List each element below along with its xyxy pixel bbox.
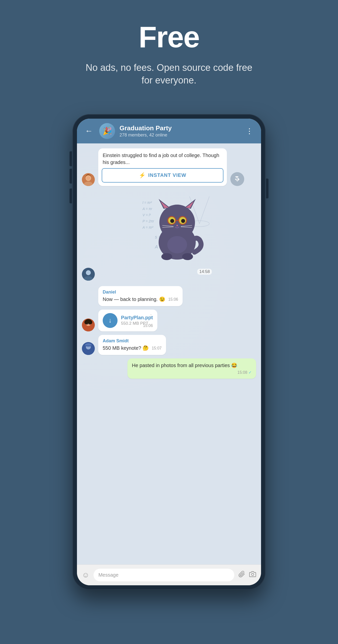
table-row: l = πr² A = πr V = l³ P = 2πr A = πr² s …	[82, 192, 256, 281]
group-meta: 278 members, 42 online	[119, 132, 239, 138]
more-button[interactable]: ⋮	[244, 126, 255, 136]
message-sender: Daniel	[103, 290, 178, 295]
file-more-button[interactable]: ⋮	[148, 313, 154, 320]
table-row: Daniel Now — back to planning. 😉 15:06	[82, 286, 256, 306]
svg-rect-52	[85, 345, 91, 346]
instant-view-button[interactable]: ⚡ INSTANT VIEW	[102, 168, 223, 182]
camera-button[interactable]	[249, 571, 256, 579]
emoji-button[interactable]: ☺	[82, 571, 90, 579]
avatar	[82, 173, 95, 186]
phone-wrapper: ← 🎉 Graduation Party 278 members, 42 onl…	[72, 114, 266, 590]
svg-point-3	[86, 176, 91, 180]
hero-title: Free	[139, 20, 199, 54]
article-text: Einstein struggled to find a job out of …	[98, 148, 227, 168]
message-input[interactable]: Message	[93, 569, 234, 581]
message-text: Now — back to planning. 😉 15:06	[103, 296, 178, 303]
svg-point-26	[170, 219, 174, 223]
file-bubble: ↓ PartyPlan.ppt 550.2 MB PPT ⋮ 15:06	[98, 310, 157, 332]
message-text: 550 MB keynote? 🤔 15:07	[103, 344, 162, 352]
instant-view-label: INSTANT VIEW	[148, 172, 186, 178]
svg-point-36	[161, 253, 172, 260]
message-text: He pasted in photos from all previous pa…	[132, 362, 252, 369]
svg-point-47	[89, 320, 92, 324]
message-time: 15:07	[152, 346, 162, 351]
svg-point-37	[182, 253, 193, 260]
table-row: ↓ PartyPlan.ppt 550.2 MB PPT ⋮ 15:06	[82, 310, 256, 332]
avatar	[82, 268, 95, 281]
avatar	[82, 318, 95, 332]
checkmark-icon: ✓	[248, 370, 252, 374]
svg-point-53	[251, 573, 254, 576]
phone-outer: ← 🎉 Graduation Party 278 members, 42 onl…	[72, 114, 266, 590]
table-row: Einstein struggled to find a job out of …	[82, 148, 256, 186]
svg-point-27	[181, 219, 185, 223]
cat-sticker-svg	[150, 198, 204, 262]
avatar	[82, 342, 95, 355]
chat-input-bar: ☺ Message	[77, 564, 261, 585]
hero-subtitle: No ads, no fees. Open source code free f…	[82, 62, 256, 87]
messages-area: Einstein struggled to find a job out of …	[77, 144, 261, 564]
download-button[interactable]: ↓	[103, 313, 117, 328]
back-button[interactable]: ←	[83, 125, 95, 136]
svg-point-38	[167, 236, 187, 254]
hero-section: Free No ads, no fees. Open source code f…	[0, 0, 338, 102]
phone-screen: ← 🎉 Graduation Party 278 members, 42 onl…	[77, 119, 261, 585]
outgoing-bubble: He pasted in photos from all previous pa…	[127, 358, 256, 379]
chat-header: ← 🎉 Graduation Party 278 members, 42 onl…	[77, 119, 261, 144]
message-time: 15:08 ✓	[238, 370, 252, 375]
svg-point-5	[86, 270, 91, 275]
group-name: Graduation Party	[119, 124, 239, 132]
bubble: Daniel Now — back to planning. 😉 15:06	[98, 286, 183, 306]
chat-info: Graduation Party 278 members, 42 online	[119, 124, 239, 138]
lightning-icon: ⚡	[139, 172, 146, 178]
sticker-time: 14:58	[197, 269, 212, 275]
table-row: He pasted in photos from all previous pa…	[82, 358, 256, 379]
message-time: 15:06	[168, 297, 178, 302]
bubble: Adam Smidt 550 MB keynote? 🤔 15:07	[98, 335, 166, 355]
group-avatar: 🎉	[99, 123, 115, 139]
attach-button[interactable]	[238, 571, 245, 579]
file-time: 15:06	[143, 324, 153, 328]
svg-point-19	[159, 204, 195, 240]
svg-point-46	[84, 320, 88, 324]
share-button[interactable]	[230, 172, 244, 186]
table-row: Adam Smidt 550 MB keynote? 🤔 15:07	[82, 335, 256, 355]
sticker-message: l = πr² A = πr V = l³ P = 2πr A = πr² s …	[138, 192, 217, 281]
article-bubble: Einstein struggled to find a job out of …	[98, 148, 227, 186]
message-sender: Adam Smidt	[103, 338, 162, 344]
